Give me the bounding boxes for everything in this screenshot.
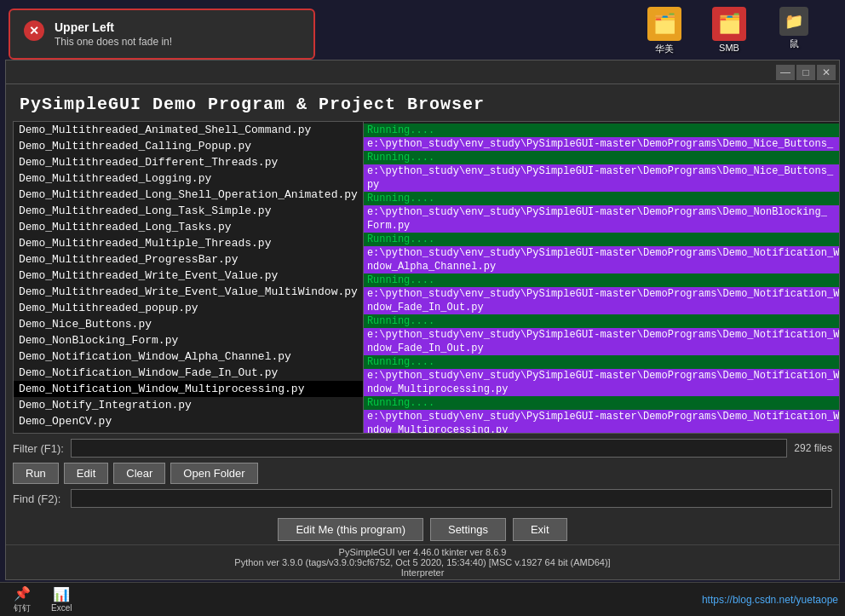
output-line: e:\python_study\env_study\PySimpleGUI-ma… bbox=[364, 328, 839, 342]
file-item[interactable]: Demo_Multithreaded_ProgressBar.py bbox=[14, 251, 363, 268]
output-line: ndow_Fade_In_Out.py bbox=[364, 342, 839, 355]
output-line: ndow_Multiprocessing.py bbox=[364, 423, 839, 433]
file-item[interactable]: Demo_Multithreaded_Logging.py bbox=[14, 170, 363, 187]
output-line: ndow_Alpha_Channel.py bbox=[364, 260, 839, 273]
file-item[interactable]: Demo_OpenCV_4_Line_Program.py bbox=[14, 429, 363, 433]
minimize-button[interactable]: — bbox=[776, 65, 795, 80]
run-button[interactable]: Run bbox=[13, 463, 59, 484]
output-line: Running.... bbox=[364, 314, 839, 328]
file-item[interactable]: Demo_Nice_Buttons.py bbox=[14, 316, 363, 332]
desktop-icon-smb[interactable]: 🗂️ SMB bbox=[704, 7, 755, 55]
notification-content: Upper Left This one does not fade in! bbox=[55, 20, 300, 48]
excel-icon: 📊 bbox=[53, 586, 70, 603]
taskbar-item-excel[interactable]: 📊 Excel bbox=[44, 584, 78, 614]
output-line: e:\python_study\env_study\PySimpleGUI-ma… bbox=[364, 137, 839, 151]
window-content: PySimpleGUI Demo Program & Project Brows… bbox=[6, 84, 839, 579]
main-window: — □ ✕ PySimpleGUI Demo Program & Project… bbox=[5, 60, 840, 580]
clear-button[interactable]: Clear bbox=[113, 463, 165, 484]
notification-message: This one does not fade in! bbox=[55, 36, 300, 48]
file-item[interactable]: Demo_Multithreaded_Long_Shell_Operation_… bbox=[14, 187, 363, 203]
exit-button[interactable]: Exit bbox=[513, 518, 567, 541]
file-item[interactable]: Demo_Notification_Window_Fade_In_Out.py bbox=[14, 365, 363, 381]
find-row: Find (F2): bbox=[13, 489, 832, 508]
file-list[interactable]: Demo_Multithreaded_Animated_Shell_Comman… bbox=[14, 122, 363, 433]
file-item[interactable]: Demo_OpenCV.py bbox=[14, 413, 363, 429]
output-line: e:\python_study\env_study\PySimpleGUI-ma… bbox=[364, 287, 839, 301]
file-count: 292 files bbox=[794, 442, 832, 454]
find-input[interactable] bbox=[71, 489, 832, 508]
output-panel: Running....e:\python_study\env_study\PyS… bbox=[364, 121, 839, 434]
taskbar-url: https://blog.csdn.net/yuetaope bbox=[702, 594, 838, 606]
desktop-icons-area: 🗂️ 华美 🗂️ SMB 📁 鼠 bbox=[639, 7, 819, 55]
output-line: Running.... bbox=[364, 355, 839, 369]
taskbar-item-dingding[interactable]: 📌 钉钉 bbox=[7, 584, 37, 616]
desktop-icon-smb-label: SMB bbox=[719, 43, 739, 53]
app-title: PySimpleGUI Demo Program & Project Brows… bbox=[6, 84, 839, 121]
output-line: Running.... bbox=[364, 396, 839, 410]
output-line: Form.py bbox=[364, 219, 839, 233]
file-item[interactable]: Demo_Multithreaded_Write_Event_Value.py bbox=[14, 268, 363, 284]
filter-row: Filter (F1): 292 files bbox=[13, 439, 832, 458]
file-item[interactable]: Demo_Notification_Window_Alpha_Channel.p… bbox=[14, 348, 363, 365]
notification-close-button[interactable]: ✕ bbox=[24, 20, 44, 41]
desktop-icon-extra-label: 鼠 bbox=[790, 37, 799, 50]
file-item[interactable]: Demo_Multithreaded_Long_Tasks.py bbox=[14, 219, 363, 235]
file-item[interactable]: Demo_Multithreaded_popup.py bbox=[14, 300, 363, 316]
output-line: Running.... bbox=[364, 233, 839, 246]
output-line: e:\python_study\env_study\PySimpleGUI-ma… bbox=[364, 369, 839, 383]
output-content: Running....e:\python_study\env_study\PyS… bbox=[364, 122, 839, 433]
output-line: Running.... bbox=[364, 192, 839, 205]
taskbar-dingding-label: 钉钉 bbox=[14, 602, 31, 614]
find-label: Find (F2): bbox=[13, 492, 64, 505]
status-line-1: PySimpleGUI ver 4.46.0 tkinter ver 8.6.9 bbox=[13, 547, 832, 557]
filter-label: Filter (F1): bbox=[13, 442, 64, 455]
maximize-button[interactable]: □ bbox=[796, 65, 815, 80]
edit-button[interactable]: Edit bbox=[64, 463, 108, 484]
file-item[interactable]: Demo_Multithreaded_Calling_Popup.py bbox=[14, 138, 363, 154]
output-line: ndow_Fade_In_Out.py bbox=[364, 301, 839, 314]
desktop: 🗂️ 华美 🗂️ SMB 📁 鼠 ✕ Upper Left This one d… bbox=[0, 0, 845, 616]
file-item[interactable]: Demo_Multithreaded_Long_Task_Simple.py bbox=[14, 203, 363, 219]
settings-button[interactable]: Settings bbox=[430, 518, 506, 541]
status-line-2: Python ver 3.9.0 (tags/v3.9.0:9cf6752, O… bbox=[13, 557, 832, 567]
output-line: Running.... bbox=[364, 273, 839, 287]
notification-popup: ✕ Upper Left This one does not fade in! bbox=[9, 9, 315, 60]
status-line-3: Interpreter bbox=[13, 567, 832, 578]
bottom-btn-row: Edit Me (this program) Settings Exit bbox=[6, 513, 839, 544]
file-item[interactable]: Demo_Notify_Integration.py bbox=[14, 397, 363, 413]
output-line: Running.... bbox=[364, 151, 839, 164]
edit-me-button[interactable]: Edit Me (this program) bbox=[278, 518, 423, 541]
desktop-icon-extra[interactable]: 📁 鼠 bbox=[768, 7, 819, 55]
taskbar-excel-label: Excel bbox=[51, 603, 72, 613]
filter-input[interactable] bbox=[71, 439, 787, 458]
output-line: e:\python_study\env_study\PySimpleGUI-ma… bbox=[364, 410, 839, 423]
output-line: py bbox=[364, 178, 839, 192]
output-line: Running.... bbox=[364, 124, 839, 137]
output-line: e:\python_study\env_study\PySimpleGUI-ma… bbox=[364, 164, 839, 178]
file-item[interactable]: Demo_Multithreaded_Write_Event_Value_Mul… bbox=[14, 284, 363, 300]
taskbar: 📌 钉钉 📊 Excel https://blog.csdn.net/yueta… bbox=[0, 582, 845, 616]
file-item[interactable]: Demo_Multithreaded_Different_Threads.py bbox=[14, 154, 363, 170]
main-layout: Demo_Multithreaded_Animated_Shell_Comman… bbox=[6, 121, 839, 434]
file-item[interactable]: Demo_Multithreaded_Animated_Shell_Comman… bbox=[14, 122, 363, 138]
desktop-icon-huamei[interactable]: 🗂️ 华美 bbox=[639, 7, 690, 55]
dingding-icon: 📌 bbox=[14, 585, 31, 602]
file-item[interactable]: Demo_Notification_Window_Multiprocessing… bbox=[14, 381, 363, 397]
desktop-icon-huamei-label: 华美 bbox=[655, 43, 674, 55]
notification-title: Upper Left bbox=[55, 20, 300, 34]
action-buttons-row: Run Edit Clear Open Folder bbox=[13, 463, 832, 484]
status-bar: PySimpleGUI ver 4.46.0 tkinter ver 8.6.9… bbox=[6, 544, 839, 579]
file-item[interactable]: Demo_NonBlocking_Form.py bbox=[14, 332, 363, 348]
output-line: e:\python_study\env_study\PySimpleGUI-ma… bbox=[364, 246, 839, 260]
file-list-panel: Demo_Multithreaded_Animated_Shell_Comman… bbox=[13, 121, 364, 434]
open-folder-button[interactable]: Open Folder bbox=[170, 463, 257, 484]
title-bar: — □ ✕ bbox=[6, 60, 839, 84]
bottom-controls: Filter (F1): 292 files Run Edit Clear Op… bbox=[6, 434, 839, 513]
close-button[interactable]: ✕ bbox=[817, 65, 836, 80]
output-line: e:\python_study\env_study\PySimpleGUI-ma… bbox=[364, 205, 839, 219]
output-line: ndow_Multiprocessing.py bbox=[364, 383, 839, 396]
file-item[interactable]: Demo_Multithreaded_Multiple_Threads.py bbox=[14, 235, 363, 251]
